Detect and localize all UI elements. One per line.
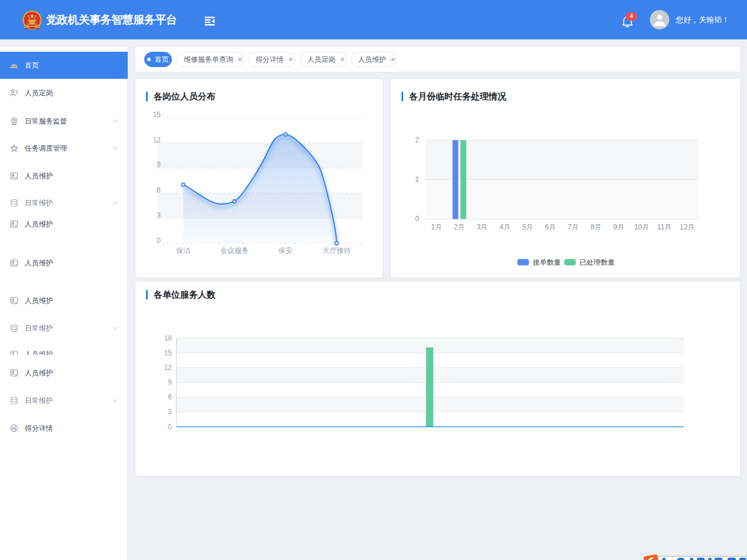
svg-text:1月: 1月 bbox=[431, 223, 442, 231]
svg-text:6月: 6月 bbox=[545, 223, 556, 231]
svg-text:2: 2 bbox=[415, 136, 419, 144]
svg-text:接单数量: 接单数量 bbox=[533, 258, 561, 266]
svg-text:6: 6 bbox=[168, 393, 172, 401]
svg-text:15: 15 bbox=[153, 111, 161, 119]
svg-text:10月: 10月 bbox=[634, 223, 649, 231]
svg-text:11月: 11月 bbox=[658, 223, 672, 231]
svg-text:12: 12 bbox=[164, 364, 172, 372]
svg-text:保安: 保安 bbox=[278, 246, 293, 255]
svg-text:9月: 9月 bbox=[613, 223, 625, 231]
svg-text:3: 3 bbox=[157, 211, 161, 219]
svg-text:7月: 7月 bbox=[568, 223, 579, 231]
svg-text:6: 6 bbox=[157, 186, 161, 194]
svg-text:1: 1 bbox=[415, 175, 419, 184]
svg-text:3月: 3月 bbox=[477, 223, 488, 231]
svg-text:15: 15 bbox=[164, 349, 172, 357]
svg-text:9: 9 bbox=[168, 378, 172, 386]
svg-text:保洁: 保洁 bbox=[176, 246, 190, 255]
svg-text:大厅接待: 大厅接待 bbox=[323, 246, 351, 255]
svg-text:3: 3 bbox=[168, 408, 172, 416]
svg-text:会议服务: 会议服务 bbox=[220, 246, 248, 255]
svg-text:2月: 2月 bbox=[454, 223, 465, 231]
svg-text:4月: 4月 bbox=[499, 223, 510, 231]
svg-text:8月: 8月 bbox=[590, 223, 602, 231]
svg-text:12月: 12月 bbox=[680, 223, 695, 231]
svg-text:12: 12 bbox=[153, 136, 161, 144]
svg-text:5月: 5月 bbox=[522, 223, 533, 231]
svg-text:0: 0 bbox=[168, 423, 172, 431]
svg-text:0: 0 bbox=[157, 236, 161, 245]
svg-text:18: 18 bbox=[164, 334, 172, 342]
svg-text:9: 9 bbox=[157, 161, 161, 169]
svg-text:已处理数量: 已处理数量 bbox=[580, 258, 615, 266]
svg-text:0: 0 bbox=[415, 215, 419, 223]
